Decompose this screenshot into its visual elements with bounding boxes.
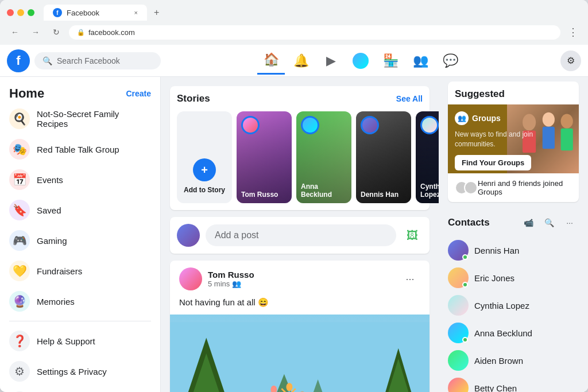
browser-titlebar: f Facebook × + xyxy=(0,0,588,21)
sidebar-item-help-support[interactable]: ❓ Help & Support xyxy=(5,326,156,356)
story-name-anna: Anna Becklund xyxy=(301,183,347,199)
online-indicator xyxy=(462,254,468,260)
friends-joined: Henri and 9 friends joined Groups xyxy=(448,173,579,202)
nav-messenger-button[interactable]: 💬 xyxy=(436,47,464,75)
groups-promo-name: Groups xyxy=(472,114,501,123)
sidebar-item-memories[interactable]: 🔮 Memories xyxy=(5,286,156,316)
browser-window: f Facebook × + ← → ↻ 🔒 facebook.com ⋮ f … xyxy=(0,0,588,392)
nav-notifications-button[interactable]: 🔔 xyxy=(287,47,315,75)
photo-icon: 🖼 xyxy=(407,229,418,242)
story-name-dennis: Dennis Han xyxy=(361,191,407,199)
browser-addressbar: ← → ↻ 🔒 facebook.com ⋮ xyxy=(0,21,588,45)
contact-item-eric-jones[interactable]: Eric Jones xyxy=(448,264,579,292)
contacts-video-button[interactable]: 📹 xyxy=(519,214,537,232)
browser-tab[interactable]: f Facebook × xyxy=(44,5,147,21)
sidebar-item-settings-privacy[interactable]: ⚙ Settings & Privacy xyxy=(5,356,156,386)
story-card-tom[interactable]: Tom Russo xyxy=(237,111,292,203)
sidebar-label-saved: Saved xyxy=(37,205,61,215)
post-image xyxy=(170,315,430,392)
search-icon: 🔍 xyxy=(42,56,52,65)
sidebar-item-gaming[interactable]: 🎮 Gaming xyxy=(5,226,156,255)
contacts-search-button[interactable]: 🔍 xyxy=(540,214,558,232)
groups-promo-content: 👥 Groups New ways to find and join commu… xyxy=(455,111,535,170)
post-photo-button[interactable]: 🖼 xyxy=(402,225,423,246)
minimize-window-button[interactable] xyxy=(17,9,24,16)
sidebar-header: Home Create xyxy=(0,81,160,103)
refresh-button[interactable]: ↻ xyxy=(48,24,64,40)
ssl-icon: 🔒 xyxy=(77,29,85,36)
nav-groups-button[interactable]: 👥 xyxy=(407,47,434,75)
groups-circle-icon: 👥 xyxy=(455,111,469,125)
nav-home-button[interactable]: 🏠 xyxy=(257,47,285,75)
post-input[interactable]: Add a post xyxy=(206,224,396,246)
story-avatar-dennis xyxy=(361,116,379,134)
sidebar-divider xyxy=(9,321,151,321)
suggested-section: Suggested xyxy=(448,81,579,202)
sidebar-label-gaming: Gaming xyxy=(37,236,67,246)
lake-scene-svg xyxy=(170,315,430,392)
story-name-cynthia: Cynthia Lopez xyxy=(420,183,439,199)
center-feed: Stories See All + Add to Story xyxy=(161,77,439,392)
post-more-button[interactable]: ··· xyxy=(400,269,420,289)
story-card-anna[interactable]: Anna Becklund xyxy=(296,111,351,203)
find-groups-button[interactable]: Find Your Groups xyxy=(455,155,531,170)
sidebar-item-red-table-talk[interactable]: 🎭 Red Table Talk Group xyxy=(5,134,156,164)
maximize-window-button[interactable] xyxy=(28,9,34,16)
contacts-more-button[interactable]: ··· xyxy=(560,214,579,232)
post-card: Tom Russo 5 mins 👥 ··· Not having fun at… xyxy=(170,261,430,392)
main-layout: Home Create 🍳 Not-So-Secret Family Recip… xyxy=(0,77,588,392)
contact-name-dennis-han: Dennis Han xyxy=(474,246,519,255)
groups-promo: 👥 Groups New ways to find and join commu… xyxy=(448,104,579,173)
tab-favicon: f xyxy=(53,8,62,17)
app-content: f 🔍 Search Facebook 🏠 🔔 ▶ 🏪 👥 💬 ⚙ xyxy=(0,45,588,392)
settings-button[interactable]: ⚙ xyxy=(560,51,581,71)
post-creator: Add a post 🖼 xyxy=(170,217,430,254)
online-indicator xyxy=(462,282,468,288)
nav-profile-button[interactable] xyxy=(347,47,374,75)
contact-name-anna-becklund: Anna Becklund xyxy=(474,328,532,338)
sidebar-label-help-support: Help & Support xyxy=(37,336,95,346)
story-card-cynthia[interactable]: Cynthia Lopez xyxy=(416,111,439,203)
svg-rect-45 xyxy=(560,129,572,151)
contact-item-betty-chen[interactable]: Betty Chen xyxy=(448,374,579,392)
see-all-button[interactable]: See All xyxy=(396,94,423,103)
story-avatar-cynthia xyxy=(420,116,439,134)
sidebar-item-family-recipes[interactable]: 🍳 Not-So-Secret Family Recipes xyxy=(5,104,156,134)
stories-header: Stories See All xyxy=(177,93,423,104)
back-button[interactable]: ← xyxy=(7,24,23,40)
facebook-logo: f xyxy=(7,49,30,72)
story-name-tom: Tom Russo xyxy=(241,191,287,199)
contacts-actions: 📹 🔍 ··· xyxy=(519,214,579,232)
tab-close-button[interactable]: × xyxy=(134,9,138,16)
contact-item-anna-becklund[interactable]: Anna Becklund xyxy=(448,319,579,347)
sidebar-item-see-more[interactable]: ▼ See More xyxy=(5,387,156,392)
story-card-dennis[interactable]: Dennis Han xyxy=(356,111,411,203)
contact-avatar-dennis-han xyxy=(448,240,469,261)
sidebar-label-settings-privacy: Settings & Privacy xyxy=(37,367,107,377)
contact-avatar-aiden-brown xyxy=(448,350,469,371)
contact-item-cynthia-lopez[interactable]: Cynthia Lopez xyxy=(448,292,579,319)
stories-row: + Add to Story Tom Russo xyxy=(177,111,423,203)
sidebar-icon-saved: 🔖 xyxy=(9,200,30,220)
add-story-card[interactable]: + Add to Story xyxy=(177,111,232,203)
close-window-button[interactable] xyxy=(7,9,14,16)
sidebar-item-saved[interactable]: 🔖 Saved xyxy=(5,195,156,225)
post-creator-avatar xyxy=(177,224,200,247)
online-indicator xyxy=(462,337,468,343)
forward-button[interactable]: → xyxy=(28,24,44,40)
contact-item-aiden-brown[interactable]: Aiden Brown xyxy=(448,347,579,374)
create-button[interactable]: Create xyxy=(126,89,151,98)
sidebar-title-text: Home xyxy=(9,86,44,101)
address-bar[interactable]: 🔒 facebook.com xyxy=(69,25,560,40)
browser-more-button[interactable]: ⋮ xyxy=(565,24,581,40)
nav-marketplace-button[interactable]: 🏪 xyxy=(377,47,404,75)
post-user-name[interactable]: Tom Russo xyxy=(208,270,254,280)
sidebar-item-events[interactable]: 📅 Events xyxy=(5,165,156,195)
story-avatar-tom xyxy=(241,116,260,134)
contact-item-dennis-han[interactable]: Dennis Han xyxy=(448,236,579,264)
sidebar-item-fundraisers[interactable]: 💛 Fundraisers xyxy=(5,256,156,286)
sidebar-icon-gaming: 🎮 xyxy=(9,230,30,251)
new-tab-button[interactable]: + xyxy=(154,7,159,18)
nav-video-button[interactable]: ▶ xyxy=(317,47,345,75)
search-bar[interactable]: 🔍 Search Facebook xyxy=(34,52,161,69)
